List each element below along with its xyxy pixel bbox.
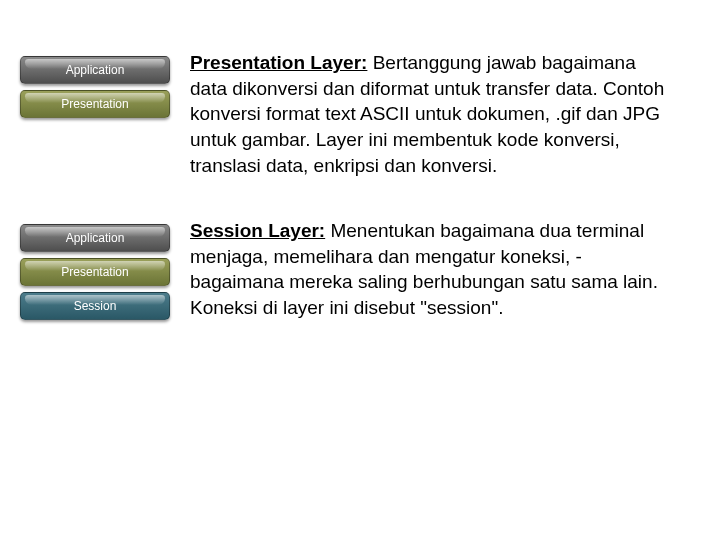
layer-session: Session — [20, 292, 170, 320]
layer-presentation: Presentation — [20, 90, 170, 118]
section-presentation: Application Presentation Presentation La… — [20, 50, 690, 178]
description-presentation: Presentation Layer: Bertanggung jawab ba… — [190, 50, 670, 178]
layer-application: Application — [20, 56, 170, 84]
description-session: Session Layer: Menentukan bagaimana dua … — [190, 218, 670, 321]
desc-title: Presentation Layer: — [190, 52, 367, 73]
section-session: Application Presentation Session Session… — [20, 218, 690, 321]
layer-presentation: Presentation — [20, 258, 170, 286]
layer-application: Application — [20, 224, 170, 252]
layer-stack: Application Presentation — [20, 50, 170, 118]
layer-stack: Application Presentation Session — [20, 218, 170, 320]
desc-title: Session Layer: — [190, 220, 325, 241]
